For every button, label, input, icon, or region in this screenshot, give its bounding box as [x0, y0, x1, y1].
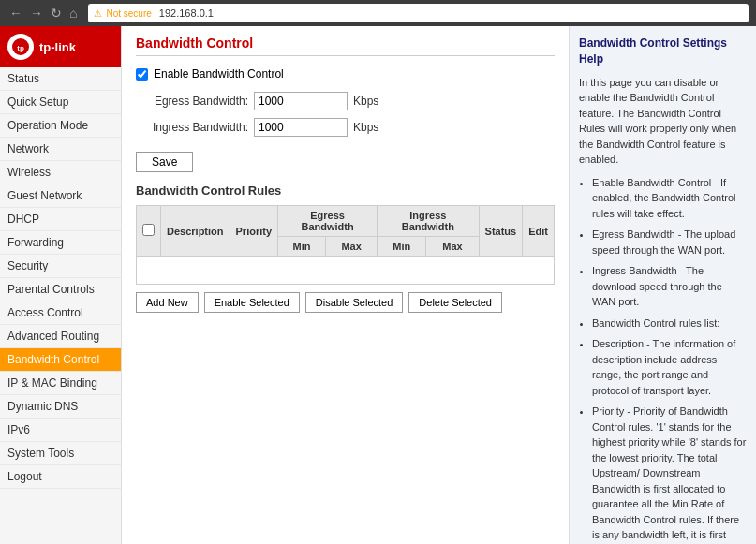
help-item-0: Enable Bandwidth Control - If enabled, t…	[592, 175, 747, 222]
forward-button[interactable]: →	[28, 6, 45, 21]
table-header-checkbox	[137, 206, 161, 257]
ingress-row: Ingress Bandwidth: 1000 Kbps	[136, 118, 555, 137]
sidebar-item-systemtools[interactable]: System Tools	[0, 442, 121, 465]
browser-chrome: ← → ↻ ⌂ ⚠ Not secure 192.168.0.1	[0, 0, 756, 26]
help-panel: Bandwidth Control Settings Help In this …	[569, 26, 756, 544]
help-item-1: Egress Bandwidth - The upload speed thro…	[592, 227, 747, 257]
page-title: Bandwidth Control	[136, 36, 555, 56]
help-item-3: Bandwidth Control rules list:	[592, 316, 747, 331]
delete-selected-button[interactable]: Delete Selected	[408, 292, 502, 313]
egress-unit: Kbps	[353, 95, 378, 108]
sidebar-item-ipv6[interactable]: IPv6	[0, 419, 121, 442]
egress-row: Egress Bandwidth: 1000 Kbps	[136, 92, 555, 110]
logo-text: tp-link	[39, 40, 76, 54]
svg-text:tp: tp	[17, 44, 24, 52]
browser-navigation[interactable]: ← → ↻ ⌂	[7, 6, 79, 21]
help-list: Enable Bandwidth Control - If enabled, t…	[579, 175, 747, 544]
sidebar-item-forwarding[interactable]: Forwarding	[0, 231, 121, 255]
logo-icon: tp	[7, 34, 34, 60]
back-button[interactable]: ←	[7, 6, 24, 21]
table-subheader-ingress-max: Max	[426, 237, 479, 257]
help-item-5: Priority - Priority of Bandwidth Control…	[592, 404, 747, 544]
add-new-button[interactable]: Add New	[136, 292, 199, 313]
enable-row: Enable Bandwidth Control	[136, 67, 555, 81]
select-all-checkbox[interactable]	[142, 224, 155, 236]
ingress-input[interactable]: 1000	[254, 118, 348, 137]
home-button[interactable]: ⌂	[67, 6, 79, 21]
table-header-egress: Egress Bandwidth	[278, 206, 378, 237]
content-area: Bandwidth Control Enable Bandwidth Contr…	[122, 26, 756, 544]
sidebar-item-dynamicdns[interactable]: Dynamic DNS	[0, 395, 121, 419]
help-title: Bandwidth Control Settings Help	[579, 36, 747, 67]
security-label: Not secure	[106, 8, 151, 19]
egress-input[interactable]: 1000	[254, 92, 348, 110]
sidebar-item-wireless[interactable]: Wireless	[0, 161, 121, 184]
disable-selected-button[interactable]: Disable Selected	[305, 292, 404, 313]
sidebar-item-status[interactable]: Status	[0, 67, 121, 91]
sidebar-item-dhcp[interactable]: DHCP	[0, 208, 121, 231]
sidebar-item-logout[interactable]: Logout	[0, 465, 121, 489]
sidebar-item-bandwidthcontrol[interactable]: Bandwidth Control	[0, 348, 121, 372]
main-content: Bandwidth Control Enable Bandwidth Contr…	[122, 26, 569, 544]
sidebar-item-advancedrouting[interactable]: Advanced Routing	[0, 325, 121, 348]
egress-label: Egress Bandwidth:	[136, 95, 248, 108]
ingress-label: Ingress Bandwidth:	[136, 121, 248, 134]
table-subheader-egress-max: Max	[326, 237, 378, 257]
help-item-4: Description - The information of descrip…	[592, 336, 747, 398]
save-button[interactable]: Save	[136, 152, 193, 172]
ingress-unit: Kbps	[353, 121, 378, 134]
table-subheader-ingress-min: Min	[378, 237, 426, 257]
rules-table: Description Priority Egress Bandwidth In…	[136, 205, 555, 285]
table-empty-row	[137, 257, 555, 285]
logo-area: tp tp-link	[0, 26, 121, 67]
sidebar-item-operationmode[interactable]: Operation Mode	[0, 114, 121, 138]
sidebar-item-accesscontrol[interactable]: Access Control	[0, 301, 121, 325]
table-header-priority: Priority	[230, 206, 278, 257]
table-header-edit: Edit	[523, 206, 555, 257]
refresh-button[interactable]: ↻	[49, 6, 64, 21]
security-warning-icon: ⚠	[94, 8, 102, 19]
sidebar-item-network[interactable]: Network	[0, 138, 121, 161]
sidebar-item-security[interactable]: Security	[0, 255, 121, 278]
sidebar-item-ipmacbinding[interactable]: IP & MAC Binding	[0, 372, 121, 395]
sidebar-item-parentalcontrols[interactable]: Parental Controls	[0, 278, 121, 301]
table-header-description: Description	[161, 206, 230, 257]
enable-bandwidth-checkbox[interactable]	[136, 68, 148, 81]
table-subheader-egress-min: Min	[278, 237, 326, 257]
table-header-ingress: Ingress Bandwidth	[378, 206, 479, 237]
sidebar: tp tp-link Status Quick Setup Operation …	[0, 26, 122, 544]
table-actions: Add New Enable Selected Disable Selected…	[136, 292, 555, 313]
help-intro: In this page you can disable or enable t…	[579, 75, 747, 168]
enable-bandwidth-label: Enable Bandwidth Control	[154, 67, 284, 81]
address-bar[interactable]: ⚠ Not secure 192.168.0.1	[88, 4, 749, 22]
rules-section-title: Bandwidth Control Rules	[136, 184, 555, 198]
help-item-2: Ingress Bandwidth - The download speed t…	[592, 263, 747, 310]
main-layout: tp tp-link Status Quick Setup Operation …	[0, 26, 756, 544]
sidebar-item-guestnetwork[interactable]: Guest Network	[0, 184, 121, 208]
enable-selected-button[interactable]: Enable Selected	[204, 292, 300, 313]
table-header-status: Status	[479, 206, 523, 257]
url-text: 192.168.0.1	[159, 7, 214, 19]
sidebar-item-quicksetup[interactable]: Quick Setup	[0, 91, 121, 114]
